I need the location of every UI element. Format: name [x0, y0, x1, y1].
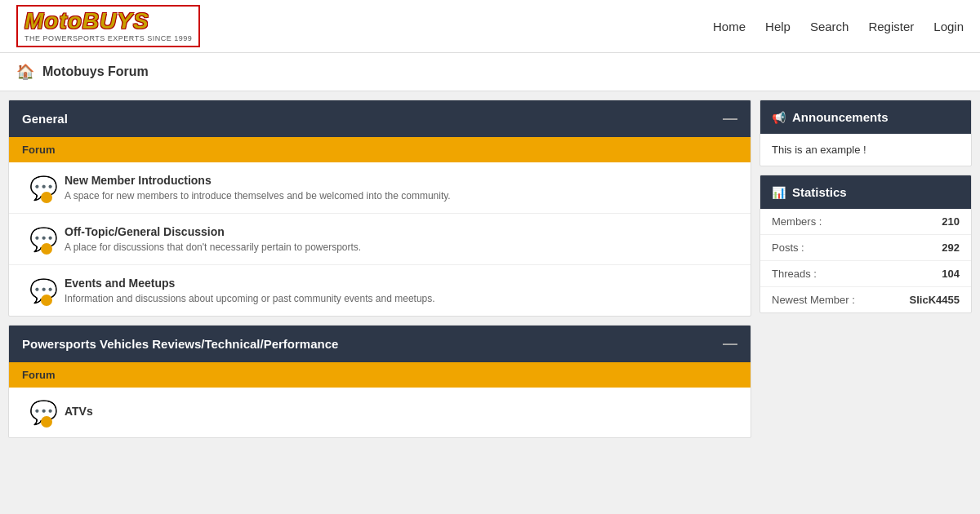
forum-item-title[interactable]: Events and Meetups	[65, 277, 435, 290]
forum-item-icon: 💬	[22, 226, 65, 253]
left-column: General — Forum 💬 New Member Introductio…	[8, 100, 751, 446]
forum-item-desc: A space for new members to introduce the…	[65, 190, 451, 202]
forum-item-offtopic[interactable]: 💬 Off-Topic/General Discussion A place f…	[9, 214, 751, 265]
bubble-chat-icon: 💬	[29, 277, 58, 304]
statistics-icon: 📊	[772, 186, 786, 199]
members-label: Members :	[772, 215, 822, 228]
posts-value: 292	[942, 241, 960, 254]
forum-item-new-member[interactable]: 💬 New Member Introductions A space for n…	[9, 162, 751, 214]
announcements-icon: 📢	[772, 111, 786, 124]
bubble-chat-icon: 💬	[29, 175, 58, 202]
newest-member-value: SlicK4455	[910, 294, 960, 306]
general-section-title: General	[22, 112, 68, 126]
forum-item-title[interactable]: Off-Topic/General Discussion	[65, 225, 361, 238]
posts-label: Posts :	[772, 241, 804, 254]
general-forum-label: Forum	[9, 137, 751, 162]
bubble-chat-icon: 💬	[29, 399, 58, 426]
collapse-icon[interactable]: —	[723, 335, 737, 352]
nav-register[interactable]: Register	[868, 20, 914, 33]
logo-subtitle: THE POWERSPORTS EXPERTS SINCE 1999	[24, 34, 192, 42]
announcements-block: 📢 Announcements This is an example !	[760, 100, 972, 166]
bubble-chat-icon: 💬	[29, 226, 58, 253]
nav-login[interactable]: Login	[933, 20, 964, 33]
forum-item-icon: 💬	[22, 399, 65, 426]
home-icon: 🏠	[16, 63, 34, 81]
announcements-header: 📢 Announcements	[760, 100, 971, 134]
site-header: MotoBUYS THE POWERSPORTS EXPERTS SINCE 1…	[0, 0, 980, 53]
forum-item-desc: A place for discussions that don't neces…	[65, 241, 361, 253]
page-title-bar: 🏠 Motobuys Forum	[0, 53, 980, 91]
general-section: General — Forum 💬 New Member Introductio…	[8, 100, 751, 317]
forum-item-events[interactable]: 💬 Events and Meetups Information and dis…	[9, 265, 751, 316]
powersports-forum-label: Forum	[9, 362, 751, 388]
main-nav: Home Help Search Register Login	[713, 20, 964, 33]
statistics-block: 📊 Statistics Members : 210 Posts : 292 T…	[760, 175, 972, 313]
forum-item-desc: Information and discussions about upcomi…	[65, 293, 435, 304]
powersports-section-header: Powersports Vehicles Reviews/Technical/P…	[9, 326, 751, 362]
forum-item-info: Events and Meetups Information and discu…	[65, 277, 435, 304]
forum-item-title[interactable]: New Member Introductions	[65, 174, 451, 187]
announcement-text: This is an example !	[772, 144, 960, 156]
forum-item-icon: 💬	[22, 175, 65, 202]
threads-label: Threads :	[772, 268, 817, 280]
stat-posts: Posts : 292	[760, 235, 971, 261]
powersports-section: Powersports Vehicles Reviews/Technical/P…	[8, 325, 751, 438]
announcements-title: Announcements	[792, 110, 889, 124]
forum-item-info: ATVs	[65, 405, 93, 421]
nav-home[interactable]: Home	[713, 20, 746, 33]
general-section-header: General —	[9, 100, 751, 137]
members-value: 210	[942, 215, 960, 228]
statistics-title: Statistics	[792, 185, 847, 199]
stat-newest-member: Newest Member : SlicK4455	[760, 287, 971, 312]
nav-help[interactable]: Help	[765, 20, 791, 33]
main-container: General — Forum 💬 New Member Introductio…	[0, 100, 980, 454]
nav-search[interactable]: Search	[810, 20, 849, 33]
announcements-content: This is an example !	[760, 134, 971, 166]
newest-member-label: Newest Member :	[772, 294, 855, 306]
collapse-icon[interactable]: —	[723, 110, 737, 127]
stat-threads: Threads : 104	[760, 261, 971, 287]
forum-item-atvs[interactable]: 💬 ATVs	[9, 388, 751, 437]
stat-members: Members : 210	[760, 209, 971, 235]
forum-item-icon: 💬	[22, 277, 65, 304]
logo-text: MotoBUYS	[24, 10, 192, 33]
logo: MotoBUYS THE POWERSPORTS EXPERTS SINCE 1…	[16, 5, 200, 47]
forum-item-info: New Member Introductions A space for new…	[65, 174, 451, 202]
threads-value: 104	[942, 268, 960, 280]
forum-item-title[interactable]: ATVs	[65, 405, 93, 418]
right-column: 📢 Announcements This is an example ! 📊 S…	[760, 100, 972, 446]
statistics-header: 📊 Statistics	[760, 175, 971, 209]
page-title: Motobuys Forum	[42, 64, 149, 79]
powersports-section-title: Powersports Vehicles Reviews/Technical/P…	[22, 337, 338, 351]
forum-item-info: Off-Topic/General Discussion A place for…	[65, 225, 361, 253]
